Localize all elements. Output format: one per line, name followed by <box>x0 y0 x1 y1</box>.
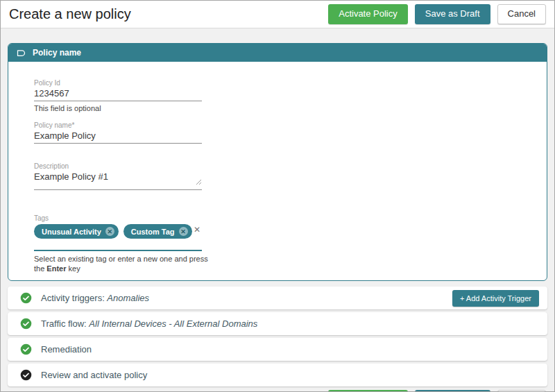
tag-chip: Custom Tag ✕ <box>123 224 192 239</box>
check-circle-green-icon <box>20 292 32 304</box>
step-label: Traffic flow: All Internal Devices - All… <box>41 318 257 329</box>
step-label: Review and activate policy <box>41 370 147 380</box>
tags-field: Tags Unusual Activity ✕ Custom Tag ✕ ✕ S… <box>34 214 202 273</box>
step-remediation[interactable]: Remediation <box>8 338 547 361</box>
create-policy-page: Create a new policy Activate Policy Save… <box>0 0 555 392</box>
description-label: Description <box>34 162 202 171</box>
tags-input[interactable]: Unusual Activity ✕ Custom Tag ✕ ✕ <box>34 224 202 239</box>
policy-name-input[interactable]: Example Policy <box>34 130 202 141</box>
tag-chip-label: Custom Tag <box>131 228 175 236</box>
policy-id-label: Policy Id <box>34 79 202 87</box>
check-circle-green-icon <box>20 343 32 355</box>
step-review-activate[interactable]: Review and activate policy <box>8 364 547 386</box>
policy-id-helper: This field is optional <box>34 104 202 113</box>
resize-handle-icon[interactable] <box>196 175 202 187</box>
policy-name-field: Policy name* Example Policy <box>34 121 202 144</box>
policy-id-input[interactable]: 1234567 <box>34 88 202 99</box>
check-circle-dark-icon <box>20 369 32 381</box>
add-activity-trigger-button[interactable]: + Add Activity Trigger <box>452 290 539 307</box>
tags-label: Tags <box>34 214 202 223</box>
circle-x-icon[interactable]: ✕ <box>179 227 188 236</box>
step-label: Activity triggers: Anomalies <box>41 293 149 303</box>
check-circle-green-icon <box>20 318 32 330</box>
description-field: Description Example Policy #1 <box>34 162 202 190</box>
tag-chip: Unusual Activity ✕ <box>34 224 119 239</box>
step-traffic-flow[interactable]: Traffic flow: All Internal Devices - All… <box>8 312 547 335</box>
policy-name-section: Policy name Policy Id 1234567 This field… <box>8 43 547 281</box>
policy-name-section-title: Policy name <box>33 48 81 58</box>
page-header: Create a new policy Activate Policy Save… <box>1 1 554 28</box>
policy-name-underline <box>34 143 202 144</box>
save-as-draft-button[interactable]: Save as Draft <box>415 4 490 24</box>
policy-name-section-header[interactable]: Policy name <box>8 44 547 62</box>
description-input[interactable]: Example Policy #1 <box>34 171 202 182</box>
cancel-button[interactable]: Cancel <box>497 4 546 24</box>
circle-x-icon[interactable]: ✕ <box>105 227 114 236</box>
tags-underline <box>34 250 202 251</box>
step-label: Remediation <box>41 344 92 355</box>
activate-policy-button[interactable]: Activate Policy <box>328 4 408 24</box>
policy-name-label: Policy name* <box>34 121 202 130</box>
page-title: Create a new policy <box>9 6 131 22</box>
tag-icon <box>16 48 26 58</box>
step-activity-triggers[interactable]: Activity triggers: Anomalies + Add Activ… <box>8 287 547 309</box>
policy-form: Policy Id 1234567 This field is optional… <box>8 62 547 280</box>
policy-id-underline <box>34 101 202 101</box>
policy-id-field: Policy Id 1234567 This field is optional <box>34 79 202 113</box>
tags-helper: Select an existing tag or enter a new on… <box>34 254 209 273</box>
x-icon[interactable]: ✕ <box>194 225 200 235</box>
tag-chip-label: Unusual Activity <box>42 228 101 236</box>
header-actions: Activate Policy Save as Draft Cancel <box>328 4 546 24</box>
description-underline <box>34 189 202 190</box>
